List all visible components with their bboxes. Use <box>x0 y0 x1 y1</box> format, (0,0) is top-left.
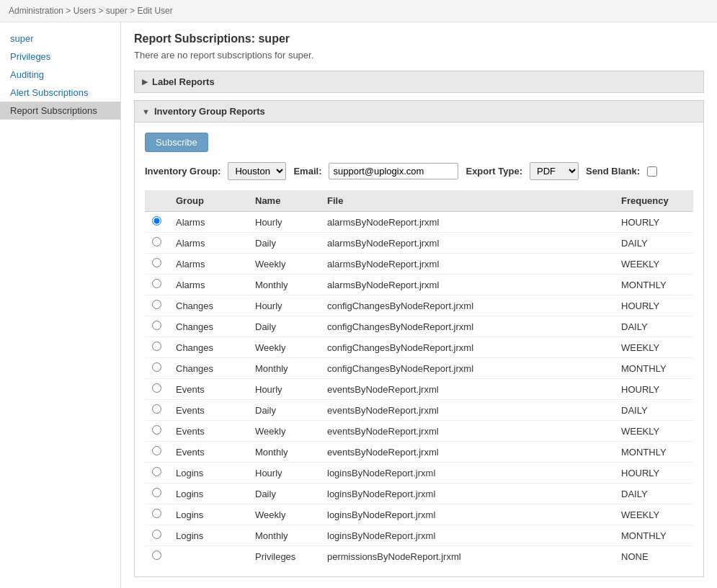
table-row: ChangesWeeklyconfigChangesByNodeReport.j… <box>145 337 693 358</box>
sidebar-item-privileges[interactable]: Privileges <box>0 48 120 66</box>
sidebar: superPrivilegesAuditingAlert Subscriptio… <box>0 22 121 588</box>
sidebar-item-alert-subscriptions[interactable]: Alert Subscriptions <box>0 84 120 102</box>
cell-group: Changes <box>169 316 248 337</box>
export-type-select[interactable]: PDF CSV HTML <box>530 162 579 180</box>
inventory-group-title: Inventory Group Reports <box>154 106 265 117</box>
cell-frequency: MONTHLY <box>614 275 693 295</box>
cell-frequency: HOURLY <box>614 463 693 484</box>
radio-cell-4[interactable] <box>145 295 169 316</box>
report-radio-0[interactable] <box>152 216 161 226</box>
report-radio-2[interactable] <box>152 258 161 267</box>
report-radio-8[interactable] <box>152 383 161 393</box>
cell-file: alarmsByNodeReport.jrxml <box>320 212 614 233</box>
cell-group: Changes <box>169 337 248 358</box>
radio-cell-8[interactable] <box>145 379 169 400</box>
table-row: EventsWeeklyeventsByNodeReport.jrxmlWEEK… <box>145 421 693 442</box>
cell-name: Daily <box>248 233 320 254</box>
table-row: ChangesMonthlyconfigChangesByNodeReport.… <box>145 358 693 379</box>
label-reports-header[interactable]: ▶ Label Reports <box>134 71 704 93</box>
table-row: LoginsWeeklyloginsByNodeReport.jrxmlWEEK… <box>145 504 693 525</box>
report-radio-3[interactable] <box>152 279 161 288</box>
radio-cell-14[interactable] <box>145 504 169 525</box>
radio-cell-15[interactable] <box>145 525 169 546</box>
inventory-group-section: ▼ Inventory Group Reports Subscribe Inve… <box>134 100 704 577</box>
cell-file: loginsByNodeReport.jrxml <box>320 504 614 525</box>
report-radio-4[interactable] <box>152 300 161 309</box>
report-radio-6[interactable] <box>152 342 161 351</box>
cell-name: Hourly <box>248 379 320 400</box>
report-radio-5[interactable] <box>152 321 161 330</box>
report-radio-7[interactable] <box>152 362 161 372</box>
cell-frequency: WEEKLY <box>614 421 693 442</box>
cell-group: Changes <box>169 358 248 379</box>
email-input[interactable] <box>329 163 458 179</box>
inventory-group-header[interactable]: ▼ Inventory Group Reports <box>134 100 704 122</box>
report-radio-12[interactable] <box>152 467 161 476</box>
radio-cell-11[interactable] <box>145 442 169 463</box>
radio-cell-5[interactable] <box>145 316 169 337</box>
report-radio-14[interactable] <box>152 509 161 518</box>
cell-name: Weekly <box>248 254 320 275</box>
table-row: LoginsHourlyloginsByNodeReport.jrxmlHOUR… <box>145 463 693 484</box>
subscribe-button[interactable]: Subscribe <box>145 133 208 152</box>
radio-cell-7[interactable] <box>145 358 169 379</box>
report-radio-16[interactable] <box>152 551 161 560</box>
radio-cell-3[interactable] <box>145 275 169 295</box>
cell-name: Privileges <box>248 546 320 567</box>
cell-group: Alarms <box>169 275 248 295</box>
radio-cell-16[interactable] <box>145 546 169 567</box>
table-row: EventsHourlyeventsByNodeReport.jrxmlHOUR… <box>145 379 693 400</box>
cell-frequency: DAILY <box>614 484 693 504</box>
table-row: LoginsDailyloginsByNodeReport.jrxmlDAILY <box>145 484 693 504</box>
cell-file: eventsByNodeReport.jrxml <box>320 421 614 442</box>
radio-cell-6[interactable] <box>145 337 169 358</box>
cell-frequency: DAILY <box>614 316 693 337</box>
cell-group: Alarms <box>169 254 248 275</box>
cell-name: Hourly <box>248 463 320 484</box>
report-radio-1[interactable] <box>152 237 161 246</box>
cell-frequency: WEEKLY <box>614 337 693 358</box>
cell-frequency: MONTHLY <box>614 358 693 379</box>
inventory-group-select[interactable]: Houston <box>228 162 286 180</box>
cell-name: Weekly <box>248 421 320 442</box>
sidebar-item-auditing[interactable]: Auditing <box>0 66 120 84</box>
cell-file: permissionsByNodeReport.jrxml <box>320 546 614 567</box>
cell-group: Alarms <box>169 212 248 233</box>
no-subscriptions-message: There are no report subscriptions for su… <box>134 50 704 61</box>
send-blank-checkbox[interactable] <box>647 166 657 177</box>
report-radio-9[interactable] <box>152 404 161 414</box>
sidebar-item-super[interactable]: super <box>0 30 120 48</box>
cell-name: Monthly <box>248 442 320 463</box>
export-type-label: Export Type: <box>466 166 522 177</box>
report-radio-10[interactable] <box>152 425 161 435</box>
report-radio-11[interactable] <box>152 446 161 455</box>
label-reports-section: ▶ Label Reports <box>134 71 704 93</box>
radio-cell-0[interactable] <box>145 212 169 233</box>
email-label: Email: <box>293 166 321 177</box>
radio-cell-13[interactable] <box>145 484 169 504</box>
table-row: AlarmsMonthlyalarmsByNodeReport.jrxmlMON… <box>145 275 693 295</box>
cell-group: Changes <box>169 295 248 316</box>
radio-cell-10[interactable] <box>145 421 169 442</box>
cell-file: loginsByNodeReport.jrxml <box>320 525 614 546</box>
radio-cell-2[interactable] <box>145 254 169 275</box>
cell-frequency: HOURLY <box>614 295 693 316</box>
cell-group: Events <box>169 442 248 463</box>
radio-cell-12[interactable] <box>145 463 169 484</box>
cell-group: Events <box>169 400 248 421</box>
cell-file: configChangesByNodeReport.jrxml <box>320 358 614 379</box>
cell-group: Logins <box>169 525 248 546</box>
report-table: Group Name File Frequency AlarmsHourlyal… <box>145 190 693 566</box>
filter-form: Inventory Group: Houston Email: Export T… <box>145 162 693 180</box>
radio-cell-9[interactable] <box>145 400 169 421</box>
table-row: ChangesHourlyconfigChangesByNodeReport.j… <box>145 295 693 316</box>
cell-name: Weekly <box>248 504 320 525</box>
sidebar-item-report-subscriptions: Report Subscriptions <box>0 102 120 120</box>
inventory-group-label: Inventory Group: <box>145 166 221 177</box>
cell-file: configChangesByNodeReport.jrxml <box>320 295 614 316</box>
report-radio-15[interactable] <box>152 530 161 539</box>
table-row: EventsDailyeventsByNodeReport.jrxmlDAILY <box>145 400 693 421</box>
radio-cell-1[interactable] <box>145 233 169 254</box>
report-radio-13[interactable] <box>152 488 161 497</box>
cell-frequency: MONTHLY <box>614 442 693 463</box>
